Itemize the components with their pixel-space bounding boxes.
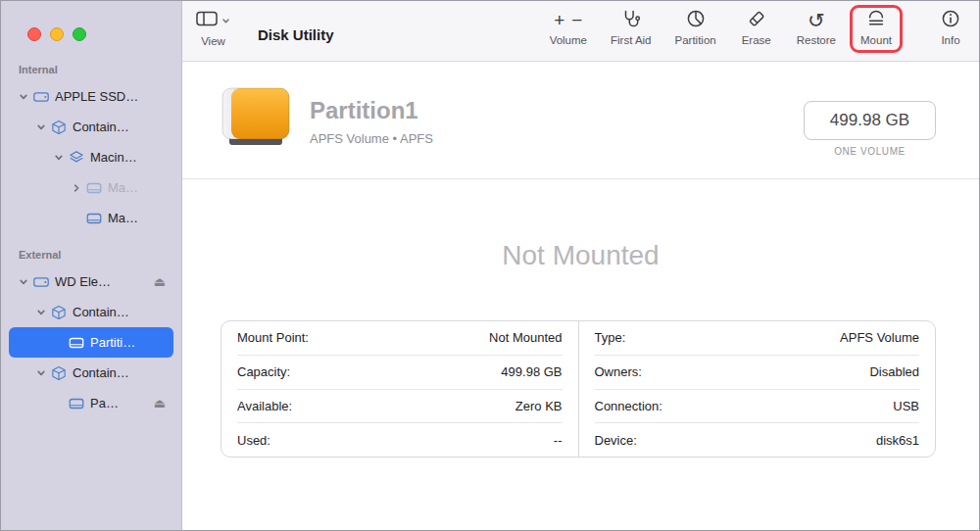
toolbar-button-label: View <box>201 35 225 47</box>
container-icon <box>50 119 68 136</box>
detail-row: Mount Point: Not Mounted <box>237 321 563 356</box>
detail-row: Available: Zero KB <box>237 390 563 424</box>
detail-label: Connection: <box>595 399 662 413</box>
sidebar-item-macintosh-volume[interactable]: Ma… <box>9 172 173 203</box>
sidebar-item-label: Contain… <box>73 120 129 134</box>
details-table: Mount Point: Not Mounted Capacity: 499.9… <box>220 320 936 458</box>
capacity-caption: ONE VOLUME <box>804 146 936 157</box>
sidebar-item-container-1[interactable]: Contain… <box>9 112 173 142</box>
sidebar-item-label: Pa… <box>90 396 119 410</box>
chevron-down-icon[interactable] <box>19 92 32 102</box>
sidebar-item-label: Macin… <box>90 150 137 165</box>
detail-value: Zero KB <box>515 399 563 413</box>
partition-icon <box>686 9 706 32</box>
sidebar-item-label: WD Ele… <box>55 274 111 289</box>
detail-label: Device: <box>595 433 637 448</box>
detail-value: APFS Volume <box>840 330 919 345</box>
chevron-down-icon[interactable] <box>54 153 68 163</box>
header-divider <box>182 178 979 179</box>
toolbar-button-label: Erase <box>742 34 771 46</box>
details-column-right: Type: APFS Volume Owners: Disabled Conne… <box>578 321 936 457</box>
eject-icon[interactable]: ⏏ <box>154 274 166 289</box>
sidebar-section-internal: Internal <box>19 64 181 75</box>
sidebar-item-container-3[interactable]: Contain… <box>9 358 173 388</box>
detail-row: Capacity: 499.98 GB <box>237 356 563 390</box>
mount-button[interactable]: Mount <box>859 9 893 46</box>
window-controls <box>27 27 86 41</box>
volume-titles: Partition1 APFS Volume • APFS <box>310 97 433 146</box>
remove-volume-icon[interactable]: − <box>571 11 582 29</box>
zoom-window-button[interactable] <box>73 27 86 41</box>
chevron-spacer <box>54 399 68 409</box>
sidebar-item-apple-ssd[interactable]: APPLE SSD… <box>9 81 173 112</box>
disk-icon <box>32 88 50 106</box>
chevron-down-icon[interactable] <box>19 277 32 287</box>
eject-icon[interactable]: ⏏ <box>154 396 166 410</box>
erase-button[interactable]: Erase <box>740 9 773 46</box>
volume-icon <box>85 210 103 227</box>
detail-label: Available: <box>237 399 292 413</box>
sidebar-item-partition-2[interactable]: Pa… ⏏ <box>9 388 173 418</box>
volume-group-icon <box>68 149 85 167</box>
main-content: Partition1 APFS Volume • APFS 499.98 GB … <box>182 62 979 530</box>
volume-header: Partition1 APFS Volume • APFS 499.98 GB … <box>182 62 979 178</box>
sidebar-item-partition1[interactable]: Partiti… <box>9 327 173 358</box>
detail-value: -- <box>554 433 563 448</box>
chevron-down-icon[interactable] <box>36 122 50 132</box>
volume-icon <box>68 395 85 412</box>
sidebar-item-label: Contain… <box>73 365 129 380</box>
capacity-box: 499.98 GB <box>804 101 936 140</box>
sidebar-item-label: Contain… <box>73 305 129 319</box>
chevron-down-icon <box>221 12 230 29</box>
partition-button[interactable]: Partition <box>675 9 716 46</box>
toolbar-button-label: Restore <box>797 34 836 46</box>
restore-icon: ↺ <box>808 10 825 30</box>
volume-icon <box>85 179 103 197</box>
sidebar-section-external: External <box>19 249 181 261</box>
add-volume-icon[interactable]: + <box>554 11 564 29</box>
view-menu-button[interactable]: View <box>196 10 230 47</box>
chevron-right-icon[interactable] <box>72 183 85 193</box>
erase-icon <box>747 9 766 32</box>
sidebar-item-macintosh-data[interactable]: Ma… <box>9 203 173 233</box>
sidebar-item-label: Partiti… <box>90 335 135 350</box>
detail-label: Capacity: <box>237 364 290 379</box>
volume-subtitle: APFS Volume • APFS <box>310 131 433 146</box>
chevron-down-icon[interactable] <box>36 308 50 317</box>
detail-label: Used: <box>237 433 270 448</box>
volume-icon <box>68 334 85 352</box>
toolbar-actions: + − Volume First Aid Partition Erase ↺ R… <box>550 9 967 46</box>
chevron-down-icon[interactable] <box>36 368 50 378</box>
detail-value: 499.98 GB <box>501 364 562 379</box>
detail-row: Type: APFS Volume <box>595 321 920 356</box>
disk-utility-window: Internal APPLE SSD… Contain… Macin… Ma… <box>0 0 980 531</box>
chevron-spacer <box>72 214 85 223</box>
info-icon <box>941 9 960 32</box>
info-button[interactable]: Info <box>934 9 967 46</box>
toolbar-button-label: Volume <box>550 34 587 46</box>
close-window-button[interactable] <box>27 27 41 41</box>
capacity-widget: 499.98 GB ONE VOLUME <box>804 101 936 157</box>
sidebar-item-wd-elements[interactable]: WD Ele… ⏏ <box>9 266 173 297</box>
sidebar-item-label: Ma… <box>108 211 138 225</box>
window-title: Disk Utility <box>258 26 334 43</box>
status-text: Not Mounted <box>182 240 979 271</box>
minimize-window-button[interactable] <box>50 27 64 41</box>
toolbar-button-label: Partition <box>675 34 716 46</box>
sidebar-toggle-icon <box>196 11 218 30</box>
sidebar-item-container-2[interactable]: Contain… <box>9 297 173 327</box>
details-column-left: Mount Point: Not Mounted Capacity: 499.9… <box>221 321 578 457</box>
toolbar-button-label: First Aid <box>611 34 652 46</box>
first-aid-button[interactable]: First Aid <box>611 9 652 46</box>
disk-icon <box>32 273 50 291</box>
detail-value: disk6s1 <box>876 433 919 448</box>
detail-label: Owners: <box>595 364 642 379</box>
detail-label: Type: <box>595 330 626 345</box>
volume-title: Partition1 <box>310 97 433 124</box>
sidebar-item-macintosh-hd[interactable]: Macin… <box>9 142 173 172</box>
toolbar: View Disk Utility + − Volume First Aid P… <box>182 1 979 62</box>
sidebar: Internal APPLE SSD… Contain… Macin… Ma… <box>1 1 182 530</box>
restore-button[interactable]: ↺ Restore <box>797 9 836 46</box>
chevron-spacer <box>54 338 68 348</box>
volume-button[interactable]: + − Volume <box>550 9 587 46</box>
